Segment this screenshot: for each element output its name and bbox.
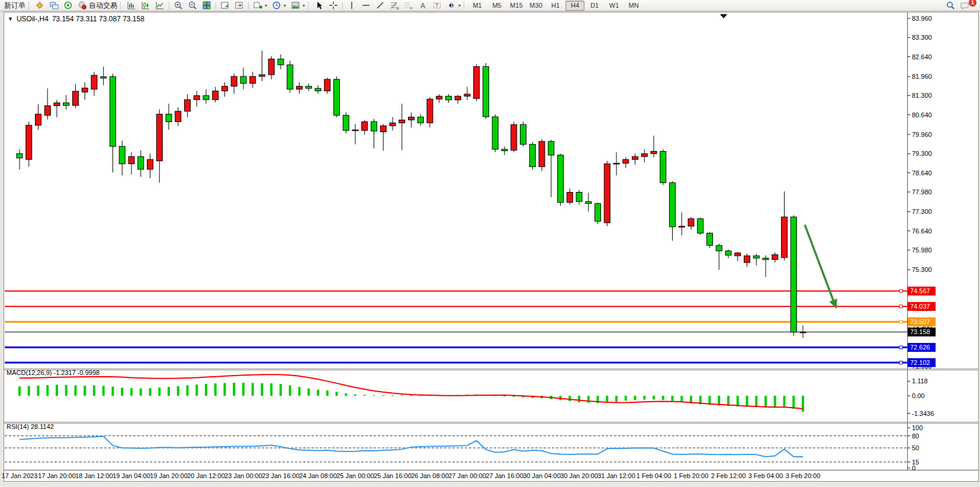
svg-text:0.00: 0.00	[912, 392, 924, 399]
trendline-icon	[375, 1, 385, 10]
symbol-dropdown-icon[interactable]: ▼	[8, 16, 13, 22]
chart-ohlc-values: 73.154 73.311 73.087 73.158	[52, 15, 144, 23]
vertical-line-tool-button[interactable]	[345, 1, 359, 11]
chart-symbol-period: USOil-,H4	[17, 15, 49, 23]
auto-arrange-button[interactable]	[218, 1, 232, 11]
period-button[interactable]: ▾	[269, 1, 288, 11]
svg-text:79.300: 79.300	[912, 150, 932, 157]
svg-text:80: 80	[912, 432, 919, 440]
candlestick-mode-button[interactable]	[139, 1, 153, 11]
notifications-button[interactable]: 1	[957, 1, 972, 11]
zoom-out-button[interactable]	[185, 1, 200, 11]
fibonacci-fan-icon: F	[404, 1, 413, 10]
toolbar-separator	[248, 2, 249, 9]
svg-text:25 Jan 00:00: 25 Jan 00:00	[336, 472, 374, 479]
timeframe-H1[interactable]: H1	[546, 1, 565, 11]
toolbar-grip	[28, 2, 31, 9]
tile-windows-button[interactable]	[200, 1, 214, 11]
svg-text:18 Jan 12:00: 18 Jan 12:00	[75, 472, 113, 479]
svg-text:17 Jan 20:00: 17 Jan 20:00	[38, 472, 76, 479]
arrows-tool-button[interactable]: ▾	[444, 1, 463, 11]
crosshair-tool-button[interactable]	[326, 1, 340, 11]
timeframe-M30[interactable]: M30	[526, 1, 545, 11]
svg-text:83.960: 83.960	[912, 15, 932, 22]
svg-text:74.037: 74.037	[910, 303, 930, 310]
timeframe-H4[interactable]: H4	[565, 1, 584, 11]
svg-text:19 Jan 04:00: 19 Jan 04:00	[113, 472, 150, 479]
toolbar-separator	[169, 2, 169, 9]
chart-shift-button[interactable]	[232, 1, 246, 11]
svg-text:3 Feb 04:00: 3 Feb 04:00	[748, 472, 783, 479]
svg-text:27 Jan 00:00: 27 Jan 00:00	[448, 472, 486, 479]
svg-text:20 Jan 12:00: 20 Jan 12:00	[187, 472, 225, 479]
template-caret[interactable]: ▾	[303, 3, 305, 8]
svg-text:3 Feb 20:00: 3 Feb 20:00	[786, 472, 821, 479]
svg-text:73.158: 73.158	[910, 328, 930, 335]
timeframe-M5[interactable]: M5	[487, 1, 506, 11]
template-button[interactable]: ▾	[288, 1, 307, 11]
profile-icon	[35, 1, 44, 10]
svg-text:77.980: 77.980	[912, 188, 932, 196]
rsi-indicator-label: RSI(14) 28.1142	[7, 423, 54, 430]
new-order-label: 新订单	[4, 1, 25, 11]
autotrading-button[interactable]: 自动交易	[75, 1, 120, 11]
svg-text:25 Jan 16:00: 25 Jan 16:00	[374, 472, 412, 479]
text-label-tool-button[interactable]: T	[430, 1, 444, 11]
svg-text:74.567: 74.567	[910, 287, 930, 294]
timeframe-group: M1M5M15M30H1H4D1W1MN	[468, 1, 643, 11]
svg-text:1 Feb 04:00: 1 Feb 04:00	[637, 472, 671, 479]
line-chart-mode-button[interactable]	[153, 1, 167, 11]
timeframe-M1[interactable]: M1	[468, 1, 487, 11]
timeframe-M15[interactable]: M15	[507, 1, 526, 11]
fibonacci-fan-tool-button[interactable]: F	[401, 1, 416, 11]
svg-text:79.960: 79.960	[912, 131, 932, 138]
add-indicator-caret[interactable]: ▾	[265, 3, 267, 8]
price-chart-svg[interactable]: 83.96083.30082.64081.96081.30080.64079.9…	[0, 0, 980, 487]
profile-button[interactable]	[33, 1, 47, 11]
add-indicator-button[interactable]: ▾	[250, 1, 269, 11]
svg-text:19 Jan 20:00: 19 Jan 20:00	[150, 472, 188, 479]
svg-text:81.960: 81.960	[912, 73, 932, 80]
svg-text:73.507: 73.507	[910, 318, 930, 325]
svg-text:31 Jan 12:00: 31 Jan 12:00	[597, 472, 635, 479]
svg-text:0: 0	[912, 464, 915, 472]
timeframe-D1[interactable]: D1	[585, 1, 604, 11]
arrows-caret[interactable]: ▾	[458, 3, 461, 8]
charts-window-button[interactable]	[47, 1, 61, 11]
svg-text:50: 50	[912, 444, 919, 451]
svg-text:2 Feb 12:00: 2 Feb 12:00	[711, 472, 746, 479]
arrows-icon	[446, 1, 456, 10]
fibonacci-tool-button[interactable]: E	[387, 1, 401, 11]
market-watch-button[interactable]	[61, 1, 75, 11]
timeframe-MN[interactable]: MN	[624, 1, 643, 11]
svg-text:23 Jan 16:00: 23 Jan 16:00	[262, 472, 300, 479]
date-axis[interactable]: 17 Jan 202317 Jan 20:0018 Jan 12:0019 Ja…	[2, 472, 821, 479]
new-order-button[interactable]: 新订单	[2, 1, 28, 11]
svg-text:A: A	[420, 2, 426, 10]
line-chart-icon	[155, 1, 165, 10]
trendline-tool-button[interactable]	[373, 1, 387, 11]
market-watch-icon	[63, 1, 73, 10]
svg-text:82.640: 82.640	[912, 53, 932, 60]
svg-text:72.626: 72.626	[910, 344, 930, 351]
svg-text:76.640: 76.640	[912, 228, 932, 235]
svg-text:17 Jan 2023: 17 Jan 2023	[2, 472, 38, 479]
toolbar: 新订单 自动交易	[0, 0, 980, 11]
bar-chart-mode-button[interactable]	[124, 1, 139, 11]
period-caret[interactable]: ▾	[284, 3, 286, 8]
candlestick-chart-icon	[141, 1, 150, 10]
trading-terminal: 新订单 自动交易	[0, 0, 980, 487]
fibonacci-icon: E	[390, 1, 399, 10]
svg-text:1 Feb 20:00: 1 Feb 20:00	[674, 472, 709, 479]
text-tool-button[interactable]: A	[416, 1, 430, 11]
template-icon	[291, 1, 300, 10]
timeframe-W1[interactable]: W1	[605, 1, 624, 11]
search-button[interactable]	[943, 1, 957, 11]
svg-text:75.300: 75.300	[912, 266, 932, 273]
add-indicator-icon	[253, 1, 262, 10]
svg-text:30 Jan 20:00: 30 Jan 20:00	[560, 472, 598, 479]
cursor-tool-button[interactable]	[312, 1, 326, 11]
zoom-in-button[interactable]	[171, 1, 185, 11]
cursor-icon	[314, 1, 324, 10]
horizontal-line-tool-button[interactable]	[359, 1, 373, 11]
